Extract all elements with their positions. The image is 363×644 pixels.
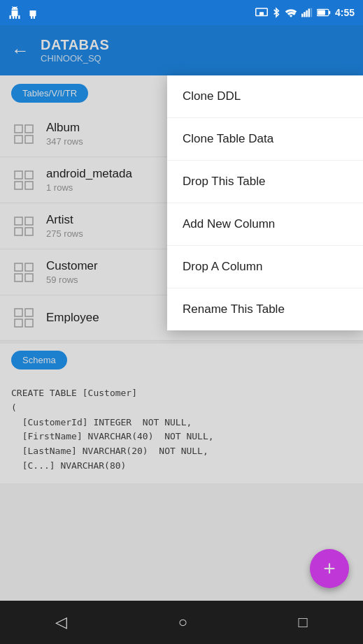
dropdown-item-drop-table[interactable]: Drop This Table [167, 161, 363, 203]
svg-rect-5 [308, 8, 310, 17]
wifi-icon [285, 8, 297, 17]
dropdown-item-drop-column[interactable]: Drop A Column [167, 246, 363, 288]
dropdown-overlay: Clone DDL Clone Table Data Drop This Tab… [0, 25, 363, 644]
status-bar: 4:55 [0, 0, 363, 25]
android-icon-2 [27, 6, 39, 19]
dropdown-item-clone-ddl[interactable]: Clone DDL [167, 75, 363, 118]
status-bar-right: 4:55 [255, 6, 355, 19]
svg-rect-4 [306, 10, 307, 17]
dropdown-item-rename-table[interactable]: Rename This Table [167, 288, 363, 330]
svg-rect-9 [318, 10, 325, 15]
dropdown-menu: Clone DDL Clone Table Data Drop This Tab… [167, 75, 363, 330]
cast-icon [255, 8, 268, 17]
status-bar-left [8, 6, 39, 19]
dropdown-item-clone-table-data[interactable]: Clone Table Data [167, 118, 363, 161]
svg-rect-1 [259, 12, 264, 15]
android-icon-1 [8, 6, 21, 19]
bluetooth-icon [272, 6, 280, 19]
time-display: 4:55 [335, 7, 355, 18]
battery-icon [317, 8, 331, 17]
svg-rect-6 [311, 8, 312, 17]
signal-icon [301, 8, 313, 17]
svg-rect-8 [329, 11, 330, 15]
svg-rect-2 [301, 14, 303, 17]
dropdown-item-add-column[interactable]: Add New Column [167, 203, 363, 246]
svg-rect-3 [304, 12, 305, 17]
